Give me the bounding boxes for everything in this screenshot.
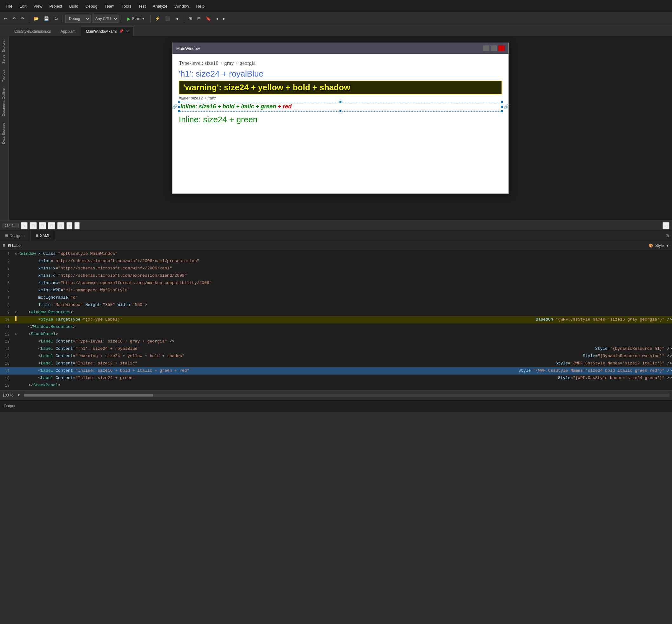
toolbar-attach[interactable]: ⚡ bbox=[153, 15, 162, 22]
resize-handle-lc[interactable] bbox=[178, 105, 180, 108]
code-line-10: 10 <Style TargetType="{x:Type Label}" Ba… bbox=[0, 316, 672, 323]
menu-tools[interactable]: Tools bbox=[118, 3, 134, 10]
toolbar-redo[interactable]: ↷ bbox=[19, 15, 26, 22]
platform-select[interactable]: Any CPU x86 x64 bbox=[92, 15, 118, 23]
resize-handle-br[interactable] bbox=[501, 110, 503, 112]
xaml-editor[interactable]: 1 ⊟ <Window x:Class="WpfCssStyle.MainWin… bbox=[0, 250, 672, 390]
tab-bar: CssStyleExtension.cs App.xaml MainWindow… bbox=[0, 25, 672, 36]
debug-config-select[interactable]: Debug Release bbox=[65, 15, 90, 23]
tab-label-css: CssStyleExtension.cs bbox=[14, 29, 51, 34]
resize-handle-rc[interactable] bbox=[501, 105, 503, 108]
menu-analyze[interactable]: Analyze bbox=[150, 3, 170, 10]
code-line-11: 11 </Window.Resources> bbox=[0, 323, 672, 331]
grid-icon-btn[interactable]: ⊞ bbox=[30, 222, 37, 229]
menu-view[interactable]: View bbox=[30, 3, 46, 10]
tab-css-style-extension[interactable]: CssStyleExtension.cs bbox=[9, 26, 56, 36]
zoom-out-icon-btn[interactable]: - bbox=[74, 222, 79, 229]
toolbar-nav-forward[interactable]: ▸ bbox=[221, 15, 227, 22]
menu-window[interactable]: Window bbox=[171, 3, 192, 10]
toolbar-bookmark[interactable]: 🔖 bbox=[204, 15, 213, 22]
toolbar-align-left[interactable]: ⊞ bbox=[187, 15, 194, 22]
style-dropdown[interactable]: 🎨 Style ▼ bbox=[648, 243, 669, 248]
code-line-19: 19 </StackPanel> bbox=[0, 382, 672, 389]
sidebar-server-explorer[interactable]: Server Explorer bbox=[0, 36, 8, 67]
position-value: 134.2... bbox=[3, 223, 19, 228]
collapse-icon-btn[interactable]: ◁ bbox=[663, 222, 669, 229]
menu-team[interactable]: Team bbox=[101, 3, 118, 10]
xaml-side-button[interactable]: ⊞ bbox=[663, 234, 672, 238]
label-inline-green: Inline: size24 + green bbox=[179, 115, 502, 125]
code-line-15: 15 <Label Content="'warning': size24 + y… bbox=[0, 353, 672, 360]
sidebar-toolbox[interactable]: Toolbox bbox=[0, 67, 8, 85]
code-line-3: 3 xmlns:x="http://schemas.microsoft.com/… bbox=[0, 265, 672, 272]
style-label: Style bbox=[655, 243, 664, 248]
code-line-17: 17 <Label Content="Inline: size16 + bold… bbox=[0, 367, 672, 374]
wpf-minimize-button[interactable] bbox=[483, 46, 489, 51]
resize-handle-bl[interactable] bbox=[178, 110, 180, 112]
snap-icon-btn[interactable]: ⊡ bbox=[48, 222, 55, 229]
scrollbar-thumb bbox=[24, 394, 153, 396]
sidebar-data-sources[interactable]: Data Sources bbox=[0, 120, 8, 147]
code-line-8: 8 Title="MainWindow" Height="350" Width=… bbox=[0, 302, 672, 309]
tab-xaml[interactable]: ⊟ XAML bbox=[30, 231, 56, 241]
separator-3 bbox=[121, 15, 121, 22]
code-line-16: 16 <Label Content="Inline: size12 + ital… bbox=[0, 360, 672, 367]
expand-12[interactable]: ⊟ bbox=[15, 331, 17, 338]
toolbar-nav-back[interactable]: ◂ bbox=[214, 15, 220, 22]
start-button[interactable]: ▶ Start ▼ bbox=[124, 15, 148, 22]
code-line-9: 9 ⊟ <Window.Resources> bbox=[0, 309, 672, 316]
menu-build[interactable]: Build bbox=[66, 3, 82, 10]
tab-design[interactable]: ⊟ Design ↕ bbox=[0, 231, 30, 241]
label-h1: 'h1': size24 + royalBlue bbox=[179, 69, 502, 79]
tab-close-main[interactable]: ✕ bbox=[126, 29, 129, 33]
menu-project[interactable]: Project bbox=[46, 3, 65, 10]
toolbar-step-over[interactable]: ⏭ bbox=[173, 15, 181, 22]
separator-2 bbox=[62, 15, 63, 22]
code-line-6: 6 xmlns:WPF="clr-namespace:WpfCssStyle" bbox=[0, 287, 672, 294]
tab-app-xaml[interactable]: App.xaml bbox=[56, 26, 81, 36]
toolbar-save-all[interactable]: 🗂 bbox=[52, 15, 60, 22]
toolbar-open[interactable]: 📂 bbox=[32, 15, 41, 22]
menu-test[interactable]: Test bbox=[135, 3, 149, 10]
label-inline-bold-selected[interactable]: Inline: size16 + bold + italic + green +… bbox=[179, 102, 502, 111]
element-tag: ⊟ bbox=[3, 243, 5, 248]
element-name: ⊟ Label bbox=[8, 243, 22, 248]
wpf-maximize-button[interactable] bbox=[491, 46, 497, 51]
wpf-titlebar-buttons bbox=[483, 46, 505, 51]
label-warning-box: 'warning': size24 + yellow + bold + shad… bbox=[179, 81, 502, 94]
menu-help[interactable]: Help bbox=[193, 3, 208, 10]
horizontal-scrollbar[interactable] bbox=[24, 394, 669, 397]
tab-main-window-xaml[interactable]: MainWindow.xaml 📌 ✕ bbox=[81, 26, 134, 36]
chain-left-icon: 🔗 bbox=[172, 104, 178, 109]
separator-1 bbox=[29, 15, 29, 22]
resize-handle-tl[interactable] bbox=[178, 101, 180, 103]
toolbar-breakpoints[interactable]: ⬛ bbox=[163, 15, 172, 22]
toolbar-undo[interactable]: ↶ bbox=[10, 15, 18, 22]
separator-5 bbox=[184, 15, 184, 22]
expand-1[interactable]: ⊟ bbox=[15, 250, 17, 257]
toolbar-save[interactable]: 💾 bbox=[42, 15, 51, 22]
wpf-close-button[interactable] bbox=[498, 46, 505, 51]
menu-edit[interactable]: Edit bbox=[16, 3, 30, 10]
wpf-window-title: MainWindow bbox=[176, 46, 200, 51]
resize-handle-tr[interactable] bbox=[501, 101, 503, 103]
fx-button[interactable]: fx bbox=[21, 222, 28, 229]
toolbar-new-project[interactable]: ↩ bbox=[2, 15, 9, 22]
xaml-icon: ⊟ bbox=[35, 234, 38, 238]
fit-icon-btn[interactable]: ⊠ bbox=[57, 222, 64, 229]
zoom-in-icon-btn[interactable]: + bbox=[66, 222, 73, 229]
design-tab-label: Design bbox=[9, 234, 21, 238]
zoom-dropdown-button[interactable]: ▼ bbox=[15, 392, 22, 398]
code-line-18: 18 <Label Content="Inline: size24 + gree… bbox=[0, 374, 672, 382]
resize-handle-tc[interactable] bbox=[339, 101, 342, 103]
grid2-icon-btn[interactable]: ⊟ bbox=[39, 222, 46, 229]
resize-handle-bc[interactable] bbox=[339, 110, 342, 112]
sidebar-document-outline[interactable]: Document Outline bbox=[0, 85, 8, 120]
toolbar-align-right[interactable]: ⊟ bbox=[195, 15, 203, 22]
menu-debug[interactable]: Debug bbox=[82, 3, 101, 10]
expand-9[interactable]: ⊟ bbox=[15, 309, 17, 316]
tab-pin-icon[interactable]: 📌 bbox=[119, 29, 124, 33]
wpf-window-preview: MainWindow Type-level: size16 + gray + g… bbox=[172, 43, 509, 194]
menu-file[interactable]: File bbox=[3, 3, 16, 10]
wpf-titlebar: MainWindow bbox=[172, 43, 508, 54]
